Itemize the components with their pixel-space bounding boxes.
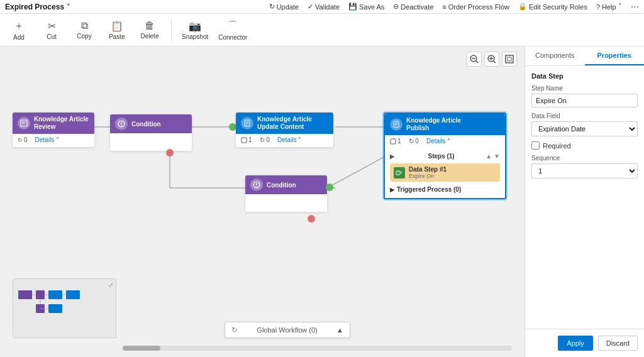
save-icon: 💾 xyxy=(348,3,357,11)
svg-rect-7 xyxy=(506,55,513,63)
node-condition2-header: Condition xyxy=(245,175,327,194)
help-action[interactable]: ? Help ˅ xyxy=(596,3,622,11)
toolbar: ＋ Add ✂ Cut ⧉ Copy 📋 Paste 🗑 Delete 📷 Sn… xyxy=(0,14,644,47)
edit-security-roles-action[interactable]: 🔒 Edit Security Roles xyxy=(518,3,587,11)
add-label: Add xyxy=(13,34,25,41)
h-scrollbar-thumb[interactable] xyxy=(123,346,160,351)
steps-count: Steps (1) xyxy=(428,153,454,160)
node-ka-review[interactable]: Knowledge Article Review ↻ 0 Details ˅ xyxy=(13,113,94,147)
node-ka-update-title: Knowledge Article Update Content xyxy=(257,116,312,131)
cut-button[interactable]: ✂ Cut xyxy=(40,20,63,40)
title-chevron[interactable]: ˅ xyxy=(67,3,70,10)
node-ka-update-counter1: 1 xyxy=(241,136,252,143)
update-action[interactable]: ↻ Update xyxy=(269,3,299,11)
node-ka-review-icon xyxy=(18,117,30,129)
node-ka-update-details[interactable]: Details ˅ xyxy=(277,136,301,143)
toolbar-separator xyxy=(171,19,172,41)
steps-arrows: ▲ ▼ xyxy=(486,153,500,160)
connector-dot-green-2 xyxy=(326,184,333,191)
node-condition2-icon xyxy=(250,178,263,191)
svg-line-4 xyxy=(494,61,496,63)
steps-section: ▶ Steps (1) ▲ ▼ Data Step #1 Expire On xyxy=(385,148,505,198)
update-label: Update xyxy=(277,3,299,11)
discard-button[interactable]: Discard xyxy=(598,336,638,351)
copy-button[interactable]: ⧉ Copy xyxy=(73,20,96,40)
minimap: ⤢ xyxy=(13,278,116,338)
cut-label: Cut xyxy=(47,33,57,40)
required-checkbox[interactable] xyxy=(531,141,540,150)
node-ka-publish-counter1: 1 xyxy=(390,138,401,145)
node-ka-review-body: ↻ 0 Details ˅ xyxy=(13,134,94,147)
snapshot-button[interactable]: 📷 Snapshot xyxy=(182,20,208,40)
svg-line-15 xyxy=(327,157,385,188)
step-name-label: Step Name xyxy=(531,85,638,92)
sequence-select[interactable]: 1 xyxy=(531,163,638,178)
panel-footer: Apply Discard xyxy=(525,329,644,357)
zoom-out-button[interactable] xyxy=(467,52,482,67)
triggered-process-header[interactable]: ▶ Triggered Process (0) xyxy=(390,184,500,195)
global-workflow-collapse[interactable]: ▲ xyxy=(336,326,343,334)
add-icon: ＋ xyxy=(14,19,24,33)
required-checkbox-row: Required xyxy=(531,141,638,150)
step-item-1[interactable]: Data Step #1 Expire On xyxy=(390,163,500,182)
node-ka-review-details[interactable]: Details ˅ xyxy=(35,136,59,143)
paste-button[interactable]: 📋 Paste xyxy=(106,20,128,40)
order-process-flow-action[interactable]: ≡ Order Process Flow xyxy=(442,3,509,11)
snapshot-icon: 📷 xyxy=(189,20,201,32)
save-as-label: Save As xyxy=(359,3,384,11)
node-condition2[interactable]: Condition xyxy=(245,175,327,212)
node-ka-publish[interactable]: Knowledge Article Publish 1 ↻ 0 Details … xyxy=(384,113,506,199)
steps-header-triangle: ▶ xyxy=(390,153,394,160)
step-name-input[interactable] xyxy=(531,94,638,107)
help-icon: ? xyxy=(596,3,600,11)
validate-action[interactable]: ✓ Validate xyxy=(308,3,340,11)
help-chevron: ˅ xyxy=(618,3,622,11)
node-ka-update[interactable]: Knowledge Article Update Content 1 ↻ 0 D… xyxy=(236,113,333,147)
global-workflow-bar[interactable]: ↻ Global Workflow (0) ▲ xyxy=(225,322,350,338)
zoom-controls xyxy=(467,52,517,67)
node-condition1[interactable]: Condition xyxy=(110,114,192,151)
node-ka-update-counter2: ↻ 0 xyxy=(260,136,270,143)
node-ka-publish-header: Knowledge Article Publish xyxy=(385,114,505,135)
steps-down-arrow[interactable]: ▼ xyxy=(494,153,500,160)
h-scrollbar[interactable] xyxy=(123,346,512,351)
more-options-action[interactable]: ··· xyxy=(631,1,639,13)
node-condition1-icon xyxy=(115,118,128,130)
node-condition2-title: Condition xyxy=(267,182,296,189)
copy-icon: ⧉ xyxy=(81,20,88,31)
tab-properties[interactable]: Properties xyxy=(585,47,645,65)
panel-section-title: Data Step xyxy=(531,72,638,80)
step-icon-1 xyxy=(394,167,405,178)
global-workflow-label: Global Workflow (0) xyxy=(257,326,317,334)
security-label: Edit Security Roles xyxy=(529,3,587,11)
top-actions: ↻ Update ✓ Validate 💾 Save As ⊖ Deactiva… xyxy=(269,1,639,13)
data-field-select[interactable]: Expiration Date xyxy=(531,121,638,136)
zoom-in-button[interactable] xyxy=(484,52,499,67)
order-label: Order Process Flow xyxy=(448,3,509,11)
minimap-nodes xyxy=(13,279,116,338)
tab-components-label: Components xyxy=(535,52,574,59)
delete-button[interactable]: 🗑 Delete xyxy=(138,20,161,40)
global-workflow-refresh: ↻ xyxy=(231,326,238,334)
steps-up-arrow[interactable]: ▲ xyxy=(486,153,492,160)
node-ka-update-header: Knowledge Article Update Content xyxy=(236,113,333,134)
fit-button[interactable] xyxy=(502,52,517,67)
canvas-area[interactable]: Knowledge Article Review ↻ 0 Details ˅ C… xyxy=(0,47,525,357)
paste-icon: 📋 xyxy=(111,20,123,32)
app-title: Expired Process ˅ xyxy=(5,3,70,11)
tab-properties-label: Properties xyxy=(597,52,631,59)
snapshot-label: Snapshot xyxy=(182,33,208,40)
svg-rect-24 xyxy=(242,138,247,143)
node-ka-review-title: Knowledge Article Review xyxy=(34,116,89,131)
save-as-action[interactable]: 💾 Save As xyxy=(348,3,384,11)
node-ka-publish-details[interactable]: Details ˄ xyxy=(426,138,450,145)
tab-components[interactable]: Components xyxy=(525,47,585,65)
required-label: Required xyxy=(543,142,571,150)
deactivate-action[interactable]: ⊖ Deactivate xyxy=(393,3,433,11)
add-button[interactable]: ＋ Add xyxy=(8,19,30,41)
apply-button[interactable]: Apply xyxy=(558,336,593,351)
node-ka-update-icon xyxy=(241,117,253,129)
svg-point-33 xyxy=(256,186,257,187)
connector-button[interactable]: ⌒ Connector xyxy=(218,19,247,41)
order-icon: ≡ xyxy=(442,3,446,11)
